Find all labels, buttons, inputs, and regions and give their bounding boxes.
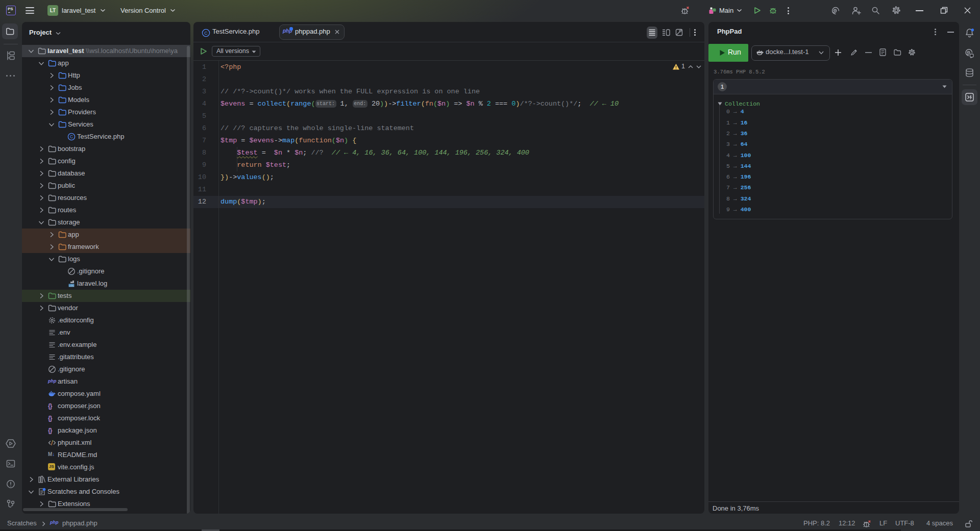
svg-text:LOG: LOG	[69, 285, 74, 287]
svg-text:C: C	[70, 134, 73, 139]
svg-text:C: C	[204, 31, 208, 36]
